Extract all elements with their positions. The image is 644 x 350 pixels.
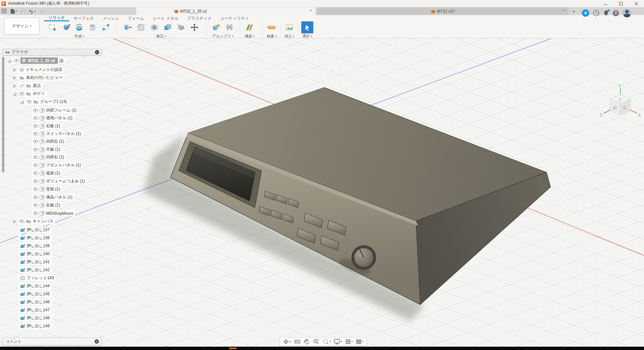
visibility-eye-icon[interactable] (33, 180, 38, 183)
measure-button[interactable] (265, 21, 278, 33)
feature-item-extrude[interactable]: 押し出し139 (18, 243, 52, 249)
help-icon[interactable]: ? (613, 10, 619, 16)
visibility-eye-icon[interactable] (33, 204, 38, 207)
visibility-eye-icon[interactable] (33, 196, 38, 199)
tree-item-body[interactable]: スイッチパネル (1) (32, 131, 83, 137)
group-label-construct[interactable]: 構築▾ (245, 34, 254, 39)
view-cube[interactable]: Y Z X 上 前 右 (600, 84, 643, 124)
tree-item-bodies[interactable]: ボディ (12, 91, 47, 97)
tree-item-body[interactable]: 透明パネル (1) (32, 115, 74, 121)
tree-item-body[interactable]: ボリュームつまみ (1) (32, 178, 87, 184)
visibility-eye-icon[interactable] (33, 117, 38, 120)
orbit-button[interactable]: ▾ (282, 338, 292, 345)
look-at-button[interactable] (293, 339, 302, 344)
tree-item-body[interactable]: 内部フレーム (1) (32, 107, 78, 114)
group-label-insert[interactable]: 挿入▾ (284, 34, 294, 39)
visibility-eye-icon[interactable] (14, 59, 19, 62)
expand-closed-icon[interactable] (12, 84, 16, 88)
tree-item-body[interactable]: MIDIGuyMount (32, 210, 75, 216)
browser-scrollbar[interactable] (2, 57, 4, 172)
redo-button[interactable]: ▾ (39, 9, 46, 14)
display-settings-button[interactable]: ▾ (333, 339, 343, 345)
pan-button[interactable] (303, 339, 311, 345)
tab-utilities[interactable]: ユーティリティ (216, 15, 254, 21)
app-grid-button[interactable] (2, 9, 7, 14)
viewports-button[interactable]: ▾ (355, 339, 364, 344)
extrude-button[interactable] (59, 21, 72, 33)
joint-button[interactable] (223, 21, 236, 33)
tree-item-body[interactable]: 天板 (1) (32, 146, 62, 153)
document-tab-inactive[interactable]: MT32 v37 × (317, 7, 569, 15)
workspace-selector[interactable]: デザイン ▾ (4, 18, 39, 34)
new-component-button[interactable] (210, 21, 222, 33)
tree-item-body[interactable]: 左板 (1) (32, 202, 62, 208)
tree-item-body[interactable]: 底面 (1) (32, 170, 62, 176)
visibility-eye-icon[interactable] (27, 100, 32, 104)
tree-item-body[interactable]: 内部右 (1) (32, 154, 66, 160)
tab-solid[interactable]: ソリッド (44, 15, 69, 21)
feature-item-extrude[interactable]: 押し出し148 (18, 315, 52, 321)
notifications-bell-icon[interactable] (603, 10, 609, 16)
visibility-eye-icon[interactable] (19, 92, 24, 96)
split-body-button[interactable] (175, 21, 187, 33)
minimize-button[interactable] (598, 0, 613, 7)
tree-item-body[interactable]: 背面 (1) (32, 186, 62, 192)
revolve-button[interactable] (73, 21, 86, 33)
visibility-eye-off-icon[interactable] (19, 84, 24, 88)
expand-closed-icon[interactable] (12, 68, 16, 72)
tree-item-body[interactable]: 内部左 (1) (32, 138, 66, 145)
expand-closed-icon[interactable] (12, 76, 16, 80)
expand-open-icon[interactable] (12, 92, 16, 96)
tree-item-body[interactable]: フロントパネル (1) (32, 162, 83, 168)
file-menu-button[interactable]: ▾ (10, 9, 17, 14)
tree-item-body[interactable]: 液晶パネル (1) (32, 194, 74, 200)
visibility-eye-icon[interactable] (19, 220, 24, 223)
browser-header[interactable]: ◀◀ ブラウザ − (2, 49, 102, 55)
group-label-modify[interactable]: 修正▾ (156, 34, 166, 39)
group-label-assemble[interactable]: アセンブリ▾ (212, 34, 233, 39)
visibility-eye-icon[interactable] (33, 164, 38, 167)
tab-form[interactable]: フォーム (123, 15, 148, 21)
fit-button[interactable]: ▾ (321, 338, 332, 345)
select-tool-button[interactable] (301, 21, 313, 33)
visibility-eye-icon[interactable] (33, 132, 38, 136)
zoom-button[interactable] (312, 338, 320, 345)
feature-item-extrude[interactable]: 押し出し144 (18, 283, 52, 289)
tab-close-icon[interactable]: × (308, 8, 313, 13)
tab-mesh[interactable]: メッシュ (98, 15, 123, 21)
visibility-eye-icon[interactable] (33, 109, 38, 112)
save-button[interactable] (20, 9, 25, 14)
extensions-sparkle-icon[interactable] (582, 9, 589, 17)
tree-item-body[interactable]: 右板 (1) (32, 123, 62, 129)
fillet-button[interactable] (135, 21, 147, 33)
visibility-eye-icon[interactable] (33, 212, 38, 215)
visibility-eye-icon[interactable] (33, 172, 38, 175)
hole-button[interactable] (86, 21, 99, 33)
visibility-eye-icon[interactable] (33, 125, 38, 128)
expand-open-icon[interactable] (7, 59, 11, 63)
tree-item-document-settings[interactable]: ドキュメントの設定 (12, 66, 64, 73)
tab-close-icon[interactable]: × (561, 8, 566, 13)
tab-surface[interactable]: サーフェス (69, 15, 98, 21)
tree-item-canvases[interactable]: キャンバス (12, 218, 55, 224)
group-label-create[interactable]: 作成▾ (74, 34, 84, 39)
feature-item-extrude[interactable]: 押し出し142 (18, 267, 52, 273)
tab-sheetmetal[interactable]: シート メタル (148, 15, 183, 21)
grid-snap-button[interactable]: ▾ (344, 339, 354, 345)
add-comment-icon[interactable]: + (95, 339, 99, 344)
close-button[interactable] (629, 0, 644, 7)
visibility-eye-icon[interactable] (33, 140, 38, 143)
construct-plane-button[interactable] (243, 21, 256, 33)
move-button[interactable] (188, 21, 201, 33)
browser-minimize-icon[interactable]: − (95, 50, 99, 54)
tree-item-group1[interactable]: グループ1 (14) (20, 99, 69, 105)
tab-plastic[interactable]: プラスチック (183, 15, 216, 21)
feature-item-extrude[interactable]: 押し出し137 (18, 227, 52, 233)
visibility-eye-icon[interactable] (33, 148, 38, 151)
insert-button[interactable] (283, 21, 296, 33)
shell-button[interactable] (148, 21, 161, 33)
pattern-button[interactable] (100, 21, 112, 33)
collapse-panel-icon[interactable]: ◀◀ (5, 51, 9, 54)
user-avatar[interactable] (623, 9, 631, 17)
maximize-button[interactable] (613, 0, 629, 7)
